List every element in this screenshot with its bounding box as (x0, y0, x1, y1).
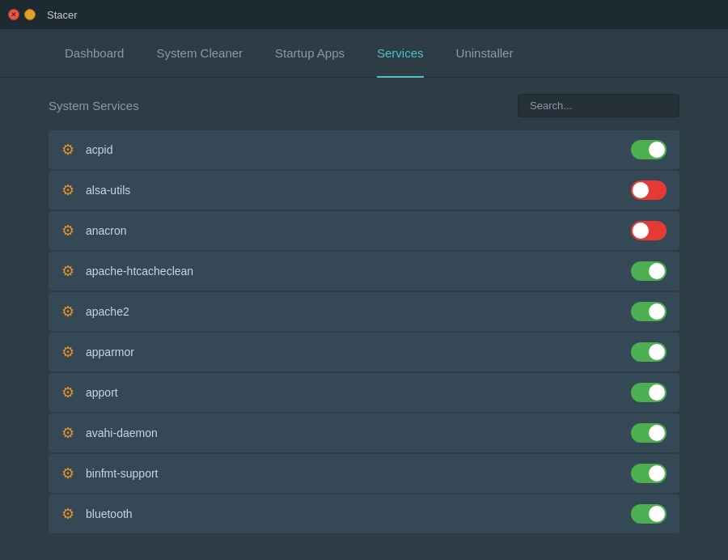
gear-icon: ⚙ (61, 303, 74, 320)
window-controls: ✕ (8, 9, 36, 20)
service-toggle[interactable] (631, 302, 667, 321)
service-toggle[interactable] (631, 383, 667, 402)
service-toggle[interactable] (631, 261, 667, 281)
service-name: bluetooth (86, 507, 620, 520)
close-button[interactable]: ✕ (8, 9, 19, 20)
service-name: apport (86, 386, 620, 399)
content-area: System Services ⚙ acpid ⚙ alsa-utils ⚙ a… (0, 78, 728, 560)
navbar: Dashboard System Cleaner Startup Apps Se… (0, 29, 728, 78)
service-item: ⚙ apache-htcacheclean (49, 252, 679, 291)
gear-icon: ⚙ (61, 343, 74, 361)
service-toggle[interactable] (631, 464, 667, 483)
service-name: apparmor (86, 346, 620, 358)
tab-startup-apps[interactable]: Startup Apps (259, 29, 361, 78)
section-title: System Services (49, 99, 139, 112)
gear-icon: ⚙ (61, 222, 74, 240)
service-name: anacron (86, 224, 620, 237)
section-header: System Services (49, 94, 679, 117)
service-item: ⚙ apport (49, 373, 679, 412)
tab-system-cleaner[interactable]: System Cleaner (140, 29, 259, 78)
service-item: ⚙ avahi-daemon (49, 414, 679, 452)
service-item: ⚙ acpid (49, 130, 679, 169)
service-item: ⚙ bluetooth (49, 494, 679, 533)
service-name: alsa-utils (86, 184, 620, 197)
gear-icon: ⚙ (61, 384, 74, 401)
service-name: apache-htcacheclean (86, 265, 620, 278)
search-input[interactable] (518, 94, 679, 117)
gear-icon: ⚙ (61, 505, 74, 523)
gear-icon: ⚙ (61, 465, 74, 482)
service-item: ⚙ anacron (49, 211, 679, 250)
service-name: binfmt-support (86, 467, 620, 480)
service-name: acpid (86, 143, 620, 156)
service-toggle[interactable] (631, 180, 667, 200)
service-name: apache2 (86, 305, 620, 318)
tab-services[interactable]: Services (361, 29, 440, 78)
service-toggle[interactable] (631, 140, 667, 159)
service-toggle[interactable] (631, 423, 667, 443)
service-item: ⚙ apparmor (49, 333, 679, 371)
minimize-button[interactable] (24, 9, 36, 20)
gear-icon: ⚙ (61, 262, 74, 280)
gear-icon: ⚙ (61, 181, 74, 199)
services-list: ⚙ acpid ⚙ alsa-utils ⚙ anacron ⚙ apache-… (49, 130, 679, 533)
gear-icon: ⚙ (61, 424, 74, 442)
service-toggle[interactable] (631, 342, 667, 362)
service-toggle[interactable] (631, 221, 667, 240)
app-container: Dashboard System Cleaner Startup Apps Se… (0, 29, 728, 560)
service-item: ⚙ binfmt-support (49, 454, 679, 493)
app-title: Stacer (47, 9, 78, 21)
service-name: avahi-daemon (86, 426, 620, 439)
tab-uninstaller[interactable]: Uninstaller (440, 29, 530, 78)
gear-icon: ⚙ (61, 141, 74, 159)
service-toggle[interactable] (631, 504, 667, 524)
tab-dashboard[interactable]: Dashboard (49, 29, 140, 78)
service-item: ⚙ apache2 (49, 292, 679, 331)
titlebar: ✕ Stacer (0, 0, 728, 29)
service-item: ⚙ alsa-utils (49, 171, 679, 210)
